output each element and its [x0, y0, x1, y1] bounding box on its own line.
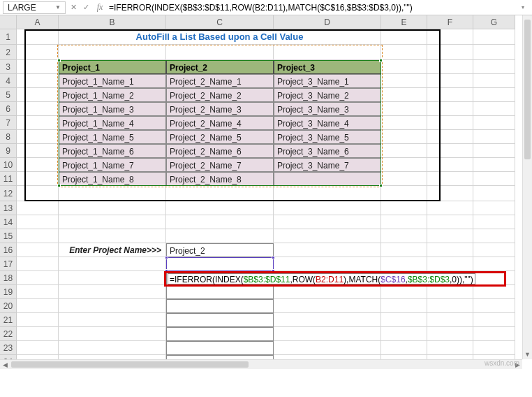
cell[interactable] [473, 257, 515, 271]
cell[interactable] [17, 243, 59, 257]
cell[interactable] [381, 285, 427, 299]
row-header[interactable]: 13 [0, 201, 17, 215]
cell[interactable] [381, 45, 427, 60]
cell[interactable] [17, 74, 59, 88]
cell[interactable] [166, 186, 274, 201]
cell[interactable] [17, 88, 59, 102]
cell[interactable] [59, 257, 166, 271]
cell[interactable] [381, 257, 427, 271]
cell[interactable] [274, 186, 381, 201]
table-cell[interactable]: Project_1_Name_8 [59, 172, 166, 186]
row-header[interactable]: 1 [0, 29, 17, 45]
table-header[interactable]: Project_2 [166, 60, 274, 74]
cell[interactable] [17, 327, 59, 341]
cell[interactable] [473, 88, 515, 102]
cell[interactable] [381, 116, 427, 130]
cell-formula-editing[interactable]: =IFERROR(INDEX($B$3:$D$11,ROW(B2:D11),MA… [168, 273, 475, 284]
row-header[interactable]: 11 [0, 172, 17, 186]
cell[interactable] [473, 29, 515, 45]
row-header[interactable]: 16 [0, 243, 17, 257]
cell[interactable] [381, 60, 427, 74]
row-header[interactable]: 12 [0, 186, 17, 201]
cell[interactable] [473, 116, 515, 130]
cell[interactable] [473, 285, 515, 299]
cell[interactable] [473, 201, 515, 215]
cell[interactable] [17, 116, 59, 130]
cell[interactable] [381, 243, 427, 257]
cell[interactable] [427, 172, 473, 186]
cell[interactable] [274, 299, 381, 313]
col-header[interactable]: D [274, 15, 381, 29]
chevron-down-icon[interactable]: ▼ [55, 4, 61, 10]
cell[interactable] [59, 215, 166, 229]
cell[interactable] [473, 243, 515, 257]
cell[interactable] [427, 257, 473, 271]
cell[interactable] [17, 299, 59, 313]
cell[interactable] [17, 215, 59, 229]
col-header[interactable]: A [17, 15, 59, 29]
cell[interactable] [274, 257, 381, 271]
row-header[interactable]: 17 [0, 257, 17, 271]
spill-cell[interactable] [166, 299, 274, 313]
scrollbar-thumb[interactable] [524, 20, 531, 159]
cell[interactable] [427, 186, 473, 201]
cell[interactable] [274, 201, 381, 215]
table-cell[interactable]: Project_2_Name_2 [166, 88, 274, 102]
cell[interactable] [17, 229, 59, 243]
col-header[interactable]: G [473, 15, 515, 29]
row-header[interactable]: 7 [0, 116, 17, 130]
enter-icon[interactable]: ✓ [81, 1, 91, 14]
col-header[interactable]: F [427, 15, 473, 29]
cell[interactable] [427, 102, 473, 116]
cell[interactable] [473, 45, 515, 60]
scroll-left-icon[interactable]: ◀ [0, 360, 10, 369]
spill-cell[interactable] [166, 327, 274, 341]
cell[interactable] [17, 102, 59, 116]
table-cell[interactable]: Project_3_Name_7 [274, 158, 381, 172]
table-cell[interactable]: Project_3_Name_6 [274, 144, 381, 158]
row-header[interactable]: 5 [0, 88, 17, 102]
table-cell[interactable]: Project_2_Name_5 [166, 130, 274, 144]
cell[interactable] [381, 186, 427, 201]
cell[interactable] [274, 215, 381, 229]
cell[interactable] [427, 243, 473, 257]
spill-cell[interactable] [166, 285, 274, 299]
cell[interactable] [17, 285, 59, 299]
table-cell[interactable]: Project_3_Name_2 [274, 88, 381, 102]
cell[interactable] [473, 341, 515, 355]
cell[interactable] [473, 158, 515, 172]
cell[interactable] [427, 285, 473, 299]
cell[interactable] [427, 229, 473, 243]
row-header[interactable]: 22 [0, 327, 17, 341]
cell[interactable] [381, 327, 427, 341]
table-cell[interactable]: Project_3_Name_5 [274, 130, 381, 144]
spill-cell[interactable] [166, 257, 274, 271]
row-header[interactable]: 21 [0, 313, 17, 327]
cell[interactable] [59, 341, 166, 355]
cell[interactable] [381, 341, 427, 355]
enter-project-label[interactable]: Enter Project Name>>> [59, 243, 166, 257]
col-header[interactable]: B [59, 15, 166, 29]
table-cell[interactable]: Project_1_Name_1 [59, 74, 166, 88]
cell[interactable] [427, 144, 473, 158]
cell[interactable] [427, 116, 473, 130]
cell[interactable] [274, 313, 381, 327]
page-title[interactable]: AutoFill a List Based upon a Cell Value [59, 29, 381, 45]
fx-icon[interactable]: fx [94, 1, 106, 14]
table-cell[interactable]: Project_1_Name_5 [59, 130, 166, 144]
project-name-input[interactable]: Project_2 [166, 243, 274, 257]
cell[interactable] [473, 271, 515, 285]
row-header[interactable]: 6 [0, 102, 17, 116]
cell[interactable] [473, 60, 515, 74]
cell[interactable] [381, 229, 427, 243]
table-cell[interactable]: Project_1_Name_6 [59, 144, 166, 158]
spill-cell[interactable] [166, 313, 274, 327]
cell[interactable] [473, 130, 515, 144]
col-header[interactable]: E [381, 15, 427, 29]
cell[interactable] [473, 327, 515, 341]
cell[interactable] [274, 45, 381, 60]
cell[interactable] [59, 327, 166, 341]
cell[interactable] [427, 313, 473, 327]
cell[interactable] [17, 313, 59, 327]
col-header[interactable]: C [166, 15, 274, 29]
